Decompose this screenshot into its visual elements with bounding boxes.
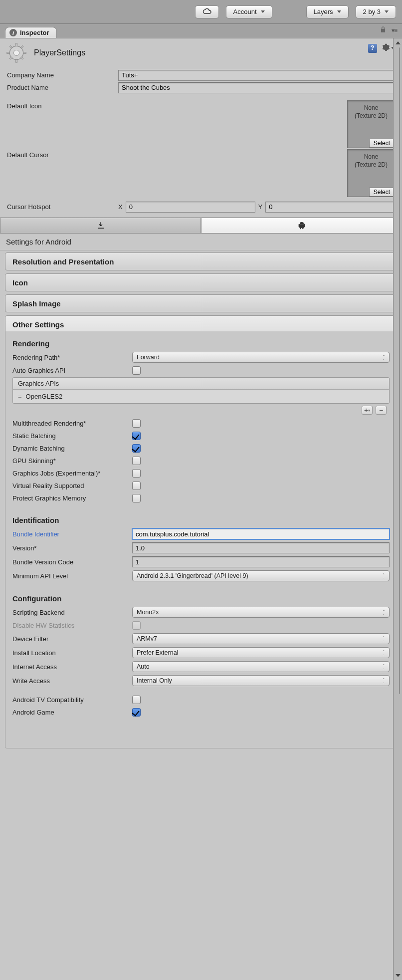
- bundle-version-code-label: Bundle Version Code: [12, 557, 132, 567]
- foldout-icon[interactable]: Icon: [5, 273, 397, 291]
- rendering-path-popup[interactable]: Forward: [132, 352, 390, 363]
- select-button[interactable]: Select: [369, 139, 395, 148]
- cloud-icon: [202, 8, 211, 16]
- page-title: PlayerSettings: [34, 48, 85, 57]
- foldout-splash[interactable]: Splash Image: [5, 294, 397, 312]
- layout-label: 2 by 3: [363, 8, 381, 15]
- x-label: X: [118, 203, 123, 211]
- layout-dropdown[interactable]: 2 by 3: [356, 5, 396, 18]
- graphics-jobs-label: Graphics Jobs (Experimental)*: [12, 469, 132, 478]
- android-game-checkbox[interactable]: [132, 708, 141, 717]
- foldout-other[interactable]: Other Settings: [5, 315, 397, 333]
- vertical-scrollbar[interactable]: [393, 38, 402, 980]
- product-name-input[interactable]: [118, 82, 395, 93]
- scroll-up-button[interactable]: [394, 38, 402, 47]
- multithreaded-rendering-checkbox[interactable]: [132, 419, 141, 428]
- install-location-label: Install Location: [12, 648, 132, 658]
- cursor-y-input[interactable]: [265, 202, 395, 213]
- platform-tab-standalone[interactable]: [0, 218, 201, 234]
- tab-label: Inspector: [20, 29, 49, 36]
- platform-tabs: [0, 218, 402, 234]
- scripting-backend-popup[interactable]: Mono2x: [132, 607, 390, 618]
- help-icon[interactable]: [368, 44, 377, 53]
- cursor-hotspot-label: Cursor Hotspot: [7, 201, 114, 213]
- gpu-skinning-label: GPU Skinning*: [12, 456, 132, 466]
- write-access-popup[interactable]: Internal Only: [132, 675, 390, 686]
- other-settings-body: Rendering Rendering Path* Forward Auto G…: [5, 331, 397, 748]
- tab-row: i Inspector ▾≡: [0, 24, 402, 38]
- scroll-thumb[interactable]: [399, 47, 400, 694]
- remove-button[interactable]: −: [376, 406, 387, 415]
- version-input[interactable]: [132, 542, 390, 553]
- device-filter-popup[interactable]: ARMv7: [132, 633, 390, 644]
- default-icon-field[interactable]: None (Texture 2D) Select: [347, 100, 395, 148]
- drag-handle-icon[interactable]: =: [18, 393, 21, 400]
- cursor-x-input[interactable]: [126, 202, 255, 213]
- inspector-header: PlayerSettings: [0, 38, 402, 67]
- default-icon-label: Default Icon: [7, 100, 114, 112]
- multithreaded-rendering-label: Multithreaded Rendering*: [12, 419, 132, 428]
- settings-for-platform: Settings for Android: [0, 234, 402, 250]
- graphics-apis-list: Graphics APIs = OpenGLES2: [12, 377, 390, 404]
- configuration-title: Configuration: [10, 591, 392, 606]
- account-dropdown[interactable]: Account: [226, 5, 272, 18]
- scripting-backend-label: Scripting Backend: [12, 608, 132, 617]
- bundle-identifier-input[interactable]: [132, 528, 390, 539]
- caret-down-icon: [385, 10, 389, 13]
- panel-menu-icon[interactable]: ▾≡: [392, 27, 397, 34]
- svg-point-9: [13, 50, 19, 55]
- disable-hw-statistics-label: Disable HW Statistics: [12, 621, 132, 630]
- inspector-panel: PlayerSettings Company Name Product Name…: [0, 38, 402, 980]
- cloud-button[interactable]: [195, 5, 219, 18]
- internet-access-popup[interactable]: Auto: [132, 661, 390, 672]
- write-access-label: Write Access: [12, 676, 132, 686]
- android-game-label: Android Game: [12, 708, 132, 717]
- rendering-path-label: Rendering Path*: [12, 353, 132, 362]
- layers-dropdown[interactable]: Layers: [306, 5, 349, 18]
- add-button[interactable]: +▾: [362, 406, 373, 415]
- gpu-skinning-checkbox[interactable]: [132, 457, 141, 465]
- y-label: Y: [258, 203, 263, 211]
- svg-rect-3: [7, 52, 10, 53]
- graphics-jobs-checkbox[interactable]: [132, 469, 141, 478]
- minimum-api-level-popup[interactable]: Android 2.3.1 'Gingerbread' (API level 9…: [132, 570, 390, 581]
- component-menu[interactable]: [382, 43, 393, 53]
- android-tv-checkbox[interactable]: [132, 696, 141, 704]
- bundle-identifier-label: Bundle Identifier: [12, 529, 132, 539]
- dynamic-batching-checkbox[interactable]: [132, 444, 141, 453]
- platform-tab-android[interactable]: [201, 218, 402, 234]
- list-item[interactable]: = OpenGLES2: [13, 390, 389, 403]
- lock-icon[interactable]: [380, 26, 387, 34]
- android-icon: [297, 221, 306, 230]
- bundle-version-code-input[interactable]: [132, 556, 390, 567]
- static-batching-label: Static Batching: [12, 431, 132, 441]
- auto-graphics-api-checkbox[interactable]: [132, 366, 141, 375]
- default-cursor-field[interactable]: None (Texture 2D) Select: [347, 149, 395, 197]
- layers-label: Layers: [314, 8, 333, 15]
- auto-graphics-api-label: Auto Graphics API: [12, 366, 132, 375]
- top-toolbar: Account Layers 2 by 3: [0, 0, 402, 24]
- install-location-popup[interactable]: Prefer External: [132, 647, 390, 658]
- caret-down-icon: [337, 10, 341, 13]
- graphics-apis-header: Graphics APIs: [13, 378, 389, 390]
- svg-rect-1: [15, 43, 17, 46]
- vr-supported-checkbox[interactable]: [132, 482, 141, 490]
- object-type: (Texture 2D): [348, 161, 395, 169]
- select-button[interactable]: Select: [369, 188, 395, 197]
- account-label: Account: [233, 8, 257, 15]
- company-name-input[interactable]: [118, 70, 395, 81]
- object-none: None: [348, 153, 395, 161]
- scroll-down-button[interactable]: [394, 971, 402, 980]
- vr-supported-label: Virtual Reality Supported: [12, 481, 132, 490]
- minimum-api-level-label: Minimum API Level: [12, 571, 132, 581]
- tab-inspector[interactable]: i Inspector: [5, 27, 57, 38]
- static-batching-checkbox[interactable]: [132, 432, 141, 440]
- caret-down-icon: [261, 10, 265, 13]
- svg-rect-4: [23, 52, 26, 53]
- internet-access-label: Internet Access: [12, 662, 132, 672]
- dynamic-batching-label: Dynamic Batching: [12, 444, 132, 453]
- foldout-resolution[interactable]: Resolution and Presentation: [5, 252, 397, 270]
- protect-graphics-checkbox[interactable]: [132, 494, 141, 502]
- android-tv-label: Android TV Compatibility: [12, 695, 132, 705]
- api-name: OpenGLES2: [26, 393, 63, 400]
